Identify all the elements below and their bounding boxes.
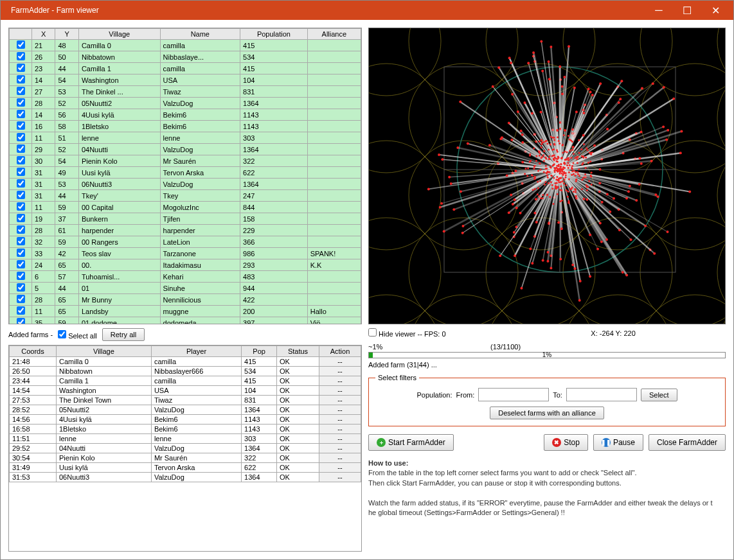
table-row[interactable]: 26:50NibbatownNibbaslayer666534OK--	[10, 367, 361, 376]
table-row[interactable]: 14564Uusi kyläBekim61143	[10, 109, 361, 121]
table-row[interactable]: 246500.Itadakimasu293K.K	[10, 259, 361, 271]
svg-point-151	[514, 170, 517, 172]
table-row[interactable]: 30:54Pienin KoloMr Saurén322OK--	[10, 453, 361, 463]
row-checkbox[interactable]	[17, 272, 25, 280]
row-checkbox[interactable]	[17, 156, 25, 164]
row-checkbox[interactable]	[17, 283, 25, 292]
select-button[interactable]: Select	[641, 389, 677, 401]
table-row[interactable]: 2753The Dinkel ...Tiwaz831	[10, 86, 361, 98]
titlebar[interactable]: FarmAdder - Farm viewer ─ ☐ ✕	[1, 1, 733, 20]
table-row[interactable]: 31:5306Nuutti3ValzuDog1364OK--	[10, 473, 361, 482]
table-row[interactable]: 14:54WashingtonUSA104OK--	[10, 386, 361, 396]
row-checkbox[interactable]	[17, 191, 25, 199]
row-checkbox[interactable]	[17, 64, 25, 72]
row-checkbox[interactable]	[17, 295, 25, 303]
table-row[interactable]: 16:581BletskoBekim61143OK--	[10, 424, 361, 434]
table-row[interactable]: 3144Tkey'Tkey247	[10, 190, 361, 202]
table-row[interactable]: 3342Teos slavTarzanone986SPANK!	[10, 248, 361, 259]
row-checkbox[interactable]	[17, 260, 25, 268]
svg-point-593	[540, 157, 542, 159]
pop-from-input[interactable]	[478, 388, 549, 401]
table-row[interactable]: 28:5205Nuutti2ValzuDog1364OK--	[10, 405, 361, 415]
table-row[interactable]: 2650NibbatownNibbaslaye...534	[10, 51, 361, 63]
row-checkbox[interactable]	[17, 168, 25, 176]
svg-point-83	[627, 190, 630, 193]
cursor-coords: X: -264 Y: 220	[591, 329, 726, 337]
table-row[interactable]: 3054Pienin KoloMr Saurén322	[10, 155, 361, 167]
table-row[interactable]: 2344Camilla 1camilla415	[10, 63, 361, 74]
table-row[interactable]: 11:51lennelenne303OK--	[10, 434, 361, 444]
row-checkbox[interactable]	[17, 214, 25, 222]
svg-point-525	[541, 143, 542, 145]
svg-point-697	[546, 143, 548, 144]
svg-point-75	[679, 152, 682, 154]
table-row[interactable]: 115900 CapitalMogoluzInc844	[10, 202, 361, 213]
hide-viewer-checkbox[interactable]: Hide viewer -- FPS: 0	[368, 328, 446, 338]
row-checkbox[interactable]	[17, 202, 25, 211]
row-checkbox[interactable]	[17, 121, 25, 130]
close-farmadder-button[interactable]: Close FarmAdder	[649, 434, 726, 451]
row-checkbox[interactable]	[17, 75, 25, 83]
table-row[interactable]: 1937BunkernTjifen158	[10, 213, 361, 225]
svg-point-295	[606, 193, 609, 196]
table-row[interactable]: 54401Sinuhe944	[10, 283, 361, 294]
svg-point-333	[662, 125, 665, 128]
retry-all-button[interactable]: Retry all	[102, 328, 145, 341]
table-row[interactable]: 23:44Camilla 1camilla415OK--	[10, 376, 361, 386]
table-row[interactable]: 1454WashingtonUSA104	[10, 74, 361, 86]
row-checkbox[interactable]	[17, 133, 25, 141]
table-row[interactable]: 3149Uusi kyläTervon Arska622	[10, 167, 361, 179]
pop-to-input[interactable]	[566, 388, 637, 401]
svg-point-641	[573, 191, 575, 193]
row-checkbox[interactable]	[17, 306, 25, 315]
start-farmadder-button[interactable]: ＋Start FarmAdder	[368, 434, 454, 451]
row-checkbox[interactable]	[17, 249, 25, 257]
select-all-checkbox[interactable]: Select all	[58, 330, 97, 340]
table-row[interactable]: 21:48Camilla 0camilla415OK--	[10, 357, 361, 367]
stop-button[interactable]: ✖Stop	[544, 434, 588, 451]
svg-point-506	[561, 171, 563, 173]
table-row[interactable]: 285205Nuutti2ValzuDog1364	[10, 98, 361, 109]
row-checkbox[interactable]	[17, 179, 25, 188]
table-row[interactable]: 16581BletskoBekim61143	[10, 121, 361, 132]
table-row[interactable]: 315306Nuutti3ValzuDog1364	[10, 179, 361, 190]
table-row[interactable]: 14:564Uusi kyläBekim61143OK--	[10, 415, 361, 424]
row-checkbox[interactable]	[17, 98, 25, 107]
svg-point-341	[517, 110, 519, 113]
table-row[interactable]: 1151lennelenne303	[10, 132, 361, 144]
table-row[interactable]: 325900 RangersLateLion366	[10, 236, 361, 248]
row-checkbox[interactable]	[17, 52, 25, 60]
close-button[interactable]: ✕	[703, 2, 728, 19]
table-row[interactable]: 295204NuuttiValzuDog1364	[10, 144, 361, 155]
row-checkbox[interactable]	[17, 87, 25, 95]
table-row[interactable]: 31:49Uusi kyläTervon Arska622OK--	[10, 463, 361, 473]
row-checkbox[interactable]	[17, 237, 25, 245]
svg-point-473	[577, 173, 579, 175]
svg-point-37	[409, 295, 518, 324]
row-checkbox[interactable]	[17, 40, 25, 49]
svg-point-339	[589, 91, 592, 93]
minimize-button[interactable]: ─	[646, 2, 672, 19]
farm-table[interactable]: XYVillageNamePopulationAlliance 2148Cami…	[8, 28, 362, 324]
maximize-button[interactable]: ☐	[674, 2, 700, 19]
row-checkbox[interactable]	[17, 110, 25, 118]
table-row[interactable]: 2861harpenderharpender229	[10, 225, 361, 236]
row-checkbox[interactable]	[17, 318, 25, 324]
deselect-alliance-button[interactable]: Deselect farms with an alliance	[490, 407, 604, 419]
table-row[interactable]: 2865Mr BunnyNennilicious422	[10, 294, 361, 306]
row-checkbox[interactable]	[17, 144, 25, 153]
results-table[interactable]: CoordsVillagePlayerPopStatusAction 21:48…	[8, 345, 362, 552]
table-row[interactable]: 2148Camilla 0camilla415	[10, 40, 361, 51]
table-row[interactable]: 355901 dodome...dodomeda397Viö	[10, 317, 361, 325]
svg-point-337	[598, 168, 601, 171]
table-row[interactable]: 657Tuhoamisl...Kehari483	[10, 271, 361, 283]
table-row[interactable]: 27:53The Dinkel TownTiwaz831OK--	[10, 396, 361, 405]
map-viewer[interactable]	[368, 28, 726, 324]
svg-point-429	[548, 148, 550, 150]
pause-button[interactable]: ❚❚Pause	[593, 434, 643, 451]
table-row[interactable]: 29:5204NuuttiValzuDog1364OK--	[10, 444, 361, 453]
row-checkbox[interactable]	[17, 225, 25, 234]
svg-point-191	[688, 191, 691, 193]
table-row[interactable]: 1165Landsbymuggne200Hallo	[10, 306, 361, 317]
svg-point-149	[459, 101, 461, 103]
